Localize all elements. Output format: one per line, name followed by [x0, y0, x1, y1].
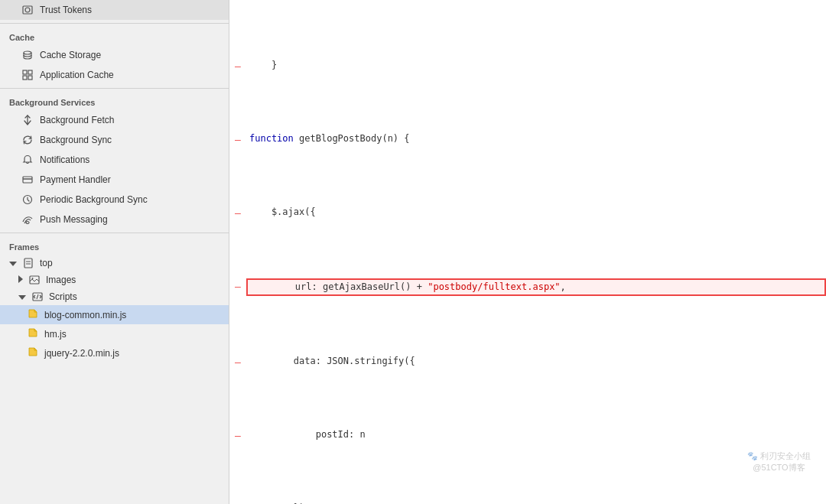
frame-images-triangle	[18, 275, 23, 285]
svg-rect-3	[23, 70, 27, 74]
frame-top-label: top	[40, 258, 53, 268]
file-jquery-icon	[28, 346, 38, 359]
code-line-3: $.ajax({	[229, 205, 826, 220]
frame-images-icon	[29, 275, 40, 285]
background-sync-icon	[21, 134, 34, 146]
line-content-5: data: JSON.stringify({	[246, 354, 826, 369]
gutter-4[interactable]	[229, 278, 246, 294]
bg-services-divider	[0, 88, 229, 89]
sidebar-item-background-fetch[interactable]: Background Fetch	[0, 110, 229, 130]
application-cache-icon	[21, 69, 34, 81]
code-panel: } function getBlogPostBody(n) { $.ajax({…	[229, 0, 826, 504]
trust-tokens-icon	[21, 4, 34, 16]
sidebar-item-trust-tokens[interactable]: Trust Tokens	[0, 0, 229, 20]
background-fetch-icon	[21, 114, 34, 126]
line-content-6: postId: n	[246, 428, 826, 442]
line-content-4: url: getAjaxBaseUrl() + "postbody/fullte…	[246, 278, 826, 296]
svg-point-15	[32, 278, 34, 279]
frame-scripts-label: Scripts	[49, 291, 77, 302]
notifications-icon	[21, 154, 34, 166]
svg-rect-6	[28, 76, 32, 80]
code-line-5: data: JSON.stringify({	[229, 354, 826, 369]
line-content-7: }),	[246, 501, 826, 504]
frame-scripts-icon	[32, 291, 43, 302]
file-jquery-label: jquery-2.2.0.min.js	[44, 348, 119, 359]
cache-section-header: Cache	[0, 27, 229, 45]
notifications-label: Notifications	[40, 154, 89, 165]
gutter-6[interactable]	[229, 428, 246, 443]
sidebar-item-background-sync[interactable]: Background Sync	[0, 130, 229, 150]
gutter-2[interactable]	[229, 132, 246, 147]
code-line-2: function getBlogPostBody(n) {	[229, 132, 826, 147]
frame-scripts-triangle	[18, 291, 26, 302]
frame-top-triangle	[9, 258, 17, 268]
payment-handler-label: Payment Handler	[40, 174, 111, 185]
application-cache-label: Application Cache	[40, 70, 114, 80]
svg-rect-5	[23, 76, 27, 80]
trust-tokens-label: Trust Tokens	[40, 5, 92, 15]
frames-section-header: Frames	[0, 236, 229, 255]
code-line-1: }	[229, 58, 826, 73]
payment-handler-icon	[21, 174, 34, 186]
background-sync-label: Background Sync	[40, 135, 112, 145]
frames-divider	[0, 232, 229, 233]
push-messaging-label: Push Messaging	[40, 214, 108, 225]
cache-divider	[0, 23, 229, 24]
push-messaging-icon	[21, 213, 34, 226]
code-area: } function getBlogPostBody(n) { $.ajax({…	[229, 0, 826, 504]
file-blog-label: blog-common.min.js	[44, 310, 126, 320]
gutter-3[interactable]	[229, 205, 246, 220]
frame-images[interactable]: Images	[0, 272, 229, 288]
background-fetch-label: Background Fetch	[40, 115, 114, 125]
code-line-6: postId: n	[229, 428, 826, 443]
line-content-1: }	[246, 58, 826, 73]
sidebar-item-push-messaging[interactable]: Push Messaging	[0, 210, 229, 229]
periodic-bg-sync-label: Periodic Background Sync	[40, 194, 148, 205]
sidebar-item-notifications[interactable]: Notifications	[0, 150, 229, 170]
frame-scripts[interactable]: Scripts	[0, 288, 229, 305]
line-content-3: $.ajax({	[246, 205, 826, 219]
sidebar-item-periodic-bg-sync[interactable]: Periodic Background Sync	[0, 190, 229, 210]
frame-top-page-icon	[23, 258, 34, 268]
file-hm-icon	[28, 327, 38, 340]
code-line-4: url: getAjaxBaseUrl() + "postbody/fullte…	[229, 278, 826, 296]
svg-rect-11	[24, 259, 32, 268]
sidebar: Trust Tokens Cache Cache Storage Applica…	[0, 0, 229, 504]
sidebar-item-payment-handler[interactable]: Payment Handler	[0, 170, 229, 190]
gutter-1[interactable]	[229, 58, 246, 73]
svg-line-17	[37, 294, 38, 299]
frame-top[interactable]: top	[0, 255, 229, 272]
periodic-bg-sync-icon	[21, 193, 34, 206]
frame-file-blog-common[interactable]: blog-common.min.js	[0, 305, 229, 324]
line-content-2: function getBlogPostBody(n) {	[246, 132, 826, 146]
cache-storage-label: Cache Storage	[40, 50, 101, 60]
frame-images-label: Images	[46, 275, 76, 285]
svg-point-2	[24, 51, 31, 54]
sidebar-item-application-cache[interactable]: Application Cache	[0, 65, 229, 85]
frame-file-hm[interactable]: hm.js	[0, 324, 229, 343]
gutter-5[interactable]	[229, 354, 246, 369]
svg-rect-7	[23, 177, 32, 183]
bg-services-header: Background Services	[0, 92, 229, 110]
file-hm-label: hm.js	[44, 329, 67, 340]
svg-point-10	[26, 222, 29, 224]
gutter-7[interactable]	[229, 501, 246, 504]
sidebar-item-cache-storage[interactable]: Cache Storage	[0, 45, 229, 65]
cache-storage-icon	[21, 49, 34, 61]
code-line-7: }),	[229, 501, 826, 504]
file-blog-icon	[28, 308, 38, 321]
svg-point-1	[25, 8, 30, 12]
frame-file-jquery[interactable]: jquery-2.2.0.min.js	[0, 343, 229, 363]
svg-rect-4	[28, 70, 32, 74]
